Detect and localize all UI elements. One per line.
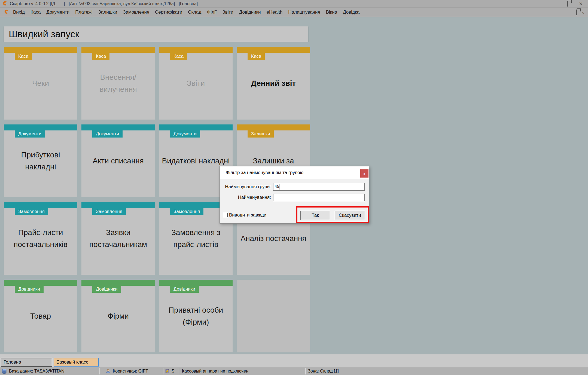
status-segment-1: Користувач: GIFT <box>106 367 148 375</box>
menu-item-10[interactable]: Довідники <box>239 10 261 15</box>
cash-register-icon <box>164 369 170 374</box>
status-text: Кассовый аппарат не подключен <box>182 369 248 374</box>
dialog-close-icon[interactable]: x <box>360 169 368 178</box>
tab-bazovyi-klass[interactable]: Базовый класс <box>54 358 99 367</box>
tile-3-1[interactable]: ДовідникиФірми <box>81 280 155 352</box>
tile-label: Прайс-листи постачальників <box>4 202 77 275</box>
title-bar: Скарб pro v. 4.0.0.2 [ІД: ] - [Апт №003 … <box>0 0 588 8</box>
close-icon[interactable]: × <box>579 1 583 7</box>
menu-bar: ВихідКасаДокументиПлатежіЗалишкиЗамовлен… <box>0 8 588 17</box>
status-segment-0: База даних: TASA3@TITAN <box>2 367 65 375</box>
status-text: 5 <box>172 369 174 374</box>
status-separator <box>99 368 99 374</box>
menu-item-4[interactable]: Залишки <box>98 10 117 15</box>
menu-item-1[interactable]: Каса <box>31 10 41 15</box>
tile-label: Фірми <box>81 280 155 352</box>
menu-item-0[interactable]: Вихід <box>13 10 25 15</box>
menu-item-13[interactable]: Вікна <box>326 10 337 15</box>
status-text: База даних: TASA3@TITAN <box>9 369 65 374</box>
tile-0-3[interactable]: КасаДенний звіт <box>237 47 310 120</box>
tile-label: Звіти <box>159 47 233 120</box>
menu-item-9[interactable]: Звіти <box>222 10 233 15</box>
mdi-restore-icon[interactable] <box>576 10 577 15</box>
app-window: Скарб pro v. 4.0.0.2 [ІД: ] - [Апт №003 … <box>0 0 588 375</box>
always-show-label: Виводити завжди <box>229 213 266 218</box>
tab-bar: Головна Базовый класс <box>0 354 588 367</box>
menu-items: ВихідКасаДокументиПлатежіЗалишкиЗамовлен… <box>13 10 365 15</box>
menu-logo-icon <box>4 10 9 15</box>
status-segment-4: Зона: Склад [1] <box>308 367 339 375</box>
status-segment-3: Кассовый аппарат не подключен <box>182 367 248 375</box>
status-text: Зона: Склад [1] <box>308 369 339 374</box>
tile-label: Внесення/вилучення <box>81 47 155 120</box>
mdi-close-icon[interactable]: × <box>581 10 584 15</box>
tile-label: Акти списання <box>81 124 155 197</box>
tile-label: Прибуткові накладні <box>4 124 77 197</box>
tile-label: Чеки <box>4 47 77 120</box>
status-separator <box>179 368 179 374</box>
window-title: Скарб pro v. 4.0.0.2 [ІД: ] - [Апт №003 … <box>10 1 198 6</box>
menu-item-14[interactable]: Довідка <box>343 10 359 15</box>
user-icon <box>106 369 111 374</box>
menu-item-11[interactable]: eHealth <box>267 10 283 15</box>
menu-item-2[interactable]: Документи <box>46 10 69 15</box>
status-segment-2: 5 <box>164 367 174 375</box>
page-title: Швидкий запуск <box>4 26 308 42</box>
menu-item-8[interactable]: Філії <box>207 10 217 15</box>
group-name-label: Найменування групи: <box>220 183 271 191</box>
tile-label: Денний звіт <box>237 47 310 120</box>
annotation-rectangle <box>296 206 369 223</box>
tab-holovna[interactable]: Головна <box>1 358 52 367</box>
tile-label: Приватні особи (Фірми) <box>159 280 233 352</box>
tile-1-1[interactable]: ДокументиАкти списання <box>81 124 155 197</box>
tile-0-1[interactable]: КасаВнесення/вилучення <box>81 47 155 120</box>
restore-icon[interactable] <box>567 1 568 6</box>
menu-item-7[interactable]: Склад <box>188 10 201 15</box>
always-show-checkbox[interactable] <box>223 213 228 217</box>
app-logo-icon <box>3 1 8 7</box>
status-separator <box>305 368 305 374</box>
tile-label: Товар <box>4 280 77 352</box>
tile-empty <box>237 280 310 352</box>
tile-0-0[interactable]: КасаЧеки <box>4 47 77 120</box>
name-label: Найменування: <box>220 194 271 201</box>
tile-1-0[interactable]: ДокументиПрибуткові накладні <box>4 124 77 197</box>
dialog-title: Фільтр за найменуванням та групою <box>220 166 369 179</box>
status-bar: База даних: TASA3@TITANКористувач: GIFT5… <box>0 367 588 375</box>
tile-2-1[interactable]: ЗамовленняЗаявки постачальникам <box>81 202 155 275</box>
tile-0-2[interactable]: КасаЗвіти <box>159 47 233 120</box>
status-text: Користувач: GIFT <box>113 369 148 374</box>
database-icon <box>2 369 7 374</box>
tile-2-0[interactable]: ЗамовленняПрайс-листи постачальників <box>4 202 77 275</box>
name-input[interactable] <box>273 194 365 201</box>
text-cursor <box>279 184 279 190</box>
menu-item-12[interactable]: Налаштування <box>288 10 320 15</box>
menu-item-3[interactable]: Платежі <box>75 10 92 15</box>
tile-3-0[interactable]: ДовідникиТовар <box>4 280 77 352</box>
menu-item-5[interactable]: Замовлення <box>123 10 149 15</box>
status-separator <box>163 368 163 374</box>
group-name-input[interactable]: % <box>273 183 365 191</box>
tile-3-2[interactable]: ДовідникиПриватні особи (Фірми) <box>159 280 233 352</box>
menu-item-6[interactable]: Сертифікати <box>155 10 182 15</box>
tile-label: Заявки постачальникам <box>81 202 155 275</box>
